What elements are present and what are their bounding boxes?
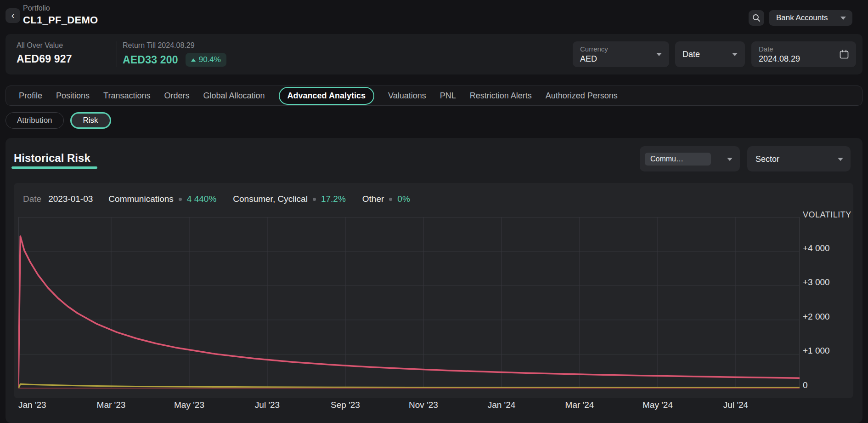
tab-valuations[interactable]: Valuations	[388, 91, 426, 101]
legend-item-name: Other	[362, 194, 384, 204]
tab-global-allocation[interactable]: Global Allocation	[203, 91, 265, 101]
date-type-label: Date	[682, 50, 700, 59]
tab-profile[interactable]: Profile	[19, 91, 42, 101]
currency-select[interactable]: Currency AED	[573, 41, 669, 67]
legend-date-label: Date	[23, 194, 41, 204]
x-tick-sep-23: Sep '23	[331, 400, 360, 410]
back-chevron-icon: ‹	[11, 11, 15, 20]
risk-chart-svg[interactable]	[18, 217, 800, 389]
chart-legend-items: Communications4 440%Consumer, Cyclical17…	[108, 194, 410, 204]
all-over-value-block: All Over Value AED69 927	[17, 41, 72, 65]
x-tick-mar-23: Mar '23	[97, 400, 126, 410]
legend-item-value: 0%	[397, 194, 410, 204]
tab-transactions[interactable]: Transactions	[103, 91, 150, 101]
series-line-communications	[18, 236, 800, 389]
x-tick-may-24: May '24	[643, 400, 673, 410]
chevron-down-icon	[838, 158, 843, 161]
date-picker[interactable]: Date 2024.08.29	[751, 41, 856, 67]
x-tick-jan-23: Jan '23	[18, 400, 46, 410]
legend-date: Date 2023-01-03	[23, 194, 93, 204]
x-tick-jul-23: Jul '23	[255, 400, 280, 410]
y-tick-3-000: +3 000	[803, 277, 830, 287]
legend-bullet-icon	[389, 198, 392, 201]
legend-item-communications: Communications4 440%	[108, 194, 216, 204]
legend-item-name: Consumer, Cyclical	[233, 194, 308, 204]
chevron-down-icon	[656, 53, 662, 56]
tab-bar: ProfilePositionsTransactionsOrdersGlobal…	[6, 86, 862, 106]
x-tick-jul-24: Jul '24	[723, 400, 748, 410]
bank-accounts-dropdown[interactable]: Bank Accounts	[769, 10, 852, 26]
legend-bullet-icon	[313, 198, 316, 201]
x-tick-mar-24: Mar '24	[565, 400, 594, 410]
x-tick-may-23: May '23	[174, 400, 204, 410]
all-over-value: AED69 927	[17, 53, 72, 65]
return-change-badge: 90.4%	[186, 53, 226, 67]
return-label: Return Till 2024.08.29	[123, 41, 226, 50]
portfolio-dashboard: ‹ Portfolio CL1_PF_DEMO Bank Accounts Al…	[0, 0, 868, 423]
y-tick-2-000: +2 000	[803, 312, 830, 322]
tab-advanced-analytics[interactable]: Advanced Analytics	[279, 87, 374, 105]
y-tick-4-000: +4 000	[803, 243, 830, 253]
legend-date-value: 2023-01-03	[48, 194, 93, 204]
chart-legend: Date 2023-01-03 Communications4 440%Cons…	[23, 194, 410, 204]
category-filter-dropdown[interactable]: Sector	[747, 146, 851, 171]
chevron-down-icon	[727, 158, 733, 161]
legend-item-name: Communications	[108, 194, 174, 204]
x-tick-jan-24: Jan '24	[488, 400, 516, 410]
date-picker-value: 2024.08.29	[759, 54, 849, 64]
back-button[interactable]: ‹	[6, 8, 20, 23]
search-icon	[752, 14, 761, 22]
currency-label: Currency	[580, 45, 662, 53]
subtab-attribution[interactable]: Attribution	[6, 112, 64, 129]
date-picker-label: Date	[759, 45, 849, 53]
tab-authorized-persons[interactable]: Authorized Persons	[546, 91, 618, 101]
legend-bullet-icon	[179, 198, 182, 201]
date-type-select[interactable]: Date	[675, 41, 745, 67]
chevron-down-icon	[840, 17, 846, 20]
portfolio-eyebrow: Portfolio	[23, 4, 50, 12]
tab-restriction-alerts[interactable]: Restriction Alerts	[470, 91, 532, 101]
summary-divider	[117, 41, 117, 67]
subtab-risk[interactable]: Risk	[70, 112, 111, 129]
tab-positions[interactable]: Positions	[56, 91, 90, 101]
series-filter-chip[interactable]: Commu…	[645, 153, 711, 166]
section-title-underline	[11, 166, 97, 169]
legend-item-consumer-cyclical: Consumer, Cyclical17.2%	[233, 194, 345, 204]
all-over-value-label: All Over Value	[17, 41, 72, 50]
series-filter-dropdown[interactable]: Commu…	[640, 146, 740, 171]
tab-pnl[interactable]: PNL	[440, 91, 456, 101]
y-tick-1-000: +1 000	[803, 346, 830, 356]
return-change-value: 90.4%	[199, 55, 221, 64]
search-button[interactable]	[749, 10, 764, 26]
return-block: Return Till 2024.08.29 AED33 200 90.4%	[123, 41, 226, 67]
category-filter-value: Sector	[755, 154, 779, 164]
page-title: CL1_PF_DEMO	[23, 14, 98, 26]
y-axis-title: VOLATILITY	[803, 210, 851, 220]
x-tick-nov-23: Nov '23	[409, 400, 438, 410]
legend-item-value: 17.2%	[321, 194, 346, 204]
currency-value: AED	[580, 54, 662, 64]
chevron-down-icon	[732, 53, 738, 56]
section-title: Historical Risk	[14, 152, 90, 165]
legend-item-value: 4 440%	[187, 194, 216, 204]
legend-item-other: Other0%	[362, 194, 410, 204]
return-value: AED33 200	[123, 54, 178, 66]
subtab-bar: AttributionRisk	[6, 112, 111, 129]
triangle-up-icon	[191, 58, 196, 62]
y-tick-0: 0	[803, 380, 808, 390]
tab-orders[interactable]: Orders	[164, 91, 189, 101]
calendar-icon	[839, 49, 850, 60]
bank-accounts-label: Bank Accounts	[776, 13, 840, 23]
